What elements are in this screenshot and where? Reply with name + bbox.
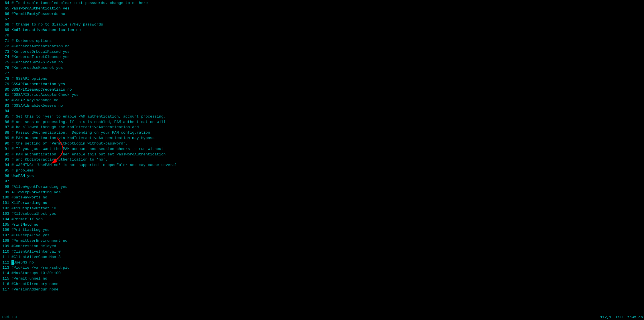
status-bar: :set nu 112,1 CSD znwx.cn <box>0 314 644 320</box>
line-content: #MaxStartups 10:30:100 <box>11 271 61 276</box>
line-content: #PermitTunnel no <box>11 276 47 282</box>
code-line: 91# If you just want the PAM account and… <box>1 147 643 152</box>
line-number: 78 <box>1 76 9 82</box>
code-line: 114#MaxStartups 10:30:100 <box>1 271 643 276</box>
line-number: 106 <box>1 227 9 233</box>
line-content: #PermitTTY yes <box>11 217 43 222</box>
code-line: 83#GSSAPIEnableK5users no <box>1 103 643 109</box>
line-content: #ChrootDirectory none <box>11 282 58 287</box>
line-number: 66 <box>1 11 9 17</box>
line-number: 74 <box>1 54 9 60</box>
line-number: 100 <box>1 195 9 200</box>
line-content: #KerberosOrLocalPasswd yes <box>11 49 70 55</box>
line-number: 89 <box>1 136 9 141</box>
line-number: 73 <box>1 49 9 55</box>
line-content: #PrintLastLog yes <box>11 227 50 233</box>
line-content: KbdInteractiveAuthentication no <box>11 28 81 33</box>
line-number: 79 <box>1 82 9 87</box>
line-content: #TCPKeepAlive yes <box>11 233 50 238</box>
line-content: #X11UseLocalhost yes <box>11 211 56 217</box>
line-content: #ClientAliveInterval 0 <box>11 249 61 255</box>
code-line: 81#GSSAPIStrictAcceptorCheck yes <box>1 92 643 98</box>
code-line: 90# the setting of "PermitRootLogin with… <box>1 141 643 147</box>
line-number: 105 <box>1 222 9 228</box>
line-content: #PermitEmptyPasswords no <box>11 11 65 17</box>
line-number: 86 <box>1 120 9 125</box>
line-number: 102 <box>1 206 9 211</box>
line-number: 116 <box>1 282 9 287</box>
line-number: 95 <box>1 168 9 173</box>
line-content: # be allowed through the KbdInteractiveA… <box>11 125 139 130</box>
line-number: 93 <box>1 157 9 163</box>
code-line: 86# and session processing. If this is e… <box>1 120 643 125</box>
code-line: 73#KerberosOrLocalPasswd yes <box>1 49 643 55</box>
code-line: 97 <box>1 179 643 184</box>
code-line: 68# Change to no to disable s/key passwo… <box>1 22 643 28</box>
line-number: 75 <box>1 60 9 65</box>
line-content: #GSSAPIStrictAcceptorCheck yes <box>11 92 78 98</box>
line-number: 71 <box>1 38 9 44</box>
line-number: 108 <box>1 238 9 244</box>
code-line: 66#PermitEmptyPasswords no <box>1 11 643 17</box>
line-content: PrintMotd no <box>11 222 38 228</box>
cursor: # <box>11 260 14 265</box>
line-number: 113 <box>1 265 9 271</box>
line-number: 68 <box>1 22 9 28</box>
line-number: 84 <box>1 109 9 114</box>
code-line: 85# Set this to 'yes' to enable PAM auth… <box>1 114 643 120</box>
code-line: 70 <box>1 33 643 38</box>
code-line: 111#ClientAliveCountMax 3 <box>1 255 643 260</box>
code-line: 116#ChrootDirectory none <box>1 282 643 287</box>
line-content: #GatewayPorts no <box>11 195 47 200</box>
line-content: #KerberosAuthentication no <box>11 44 70 49</box>
line-content: #PermitUserEnvironment no <box>11 238 67 244</box>
code-line: 96UsePAM yes <box>1 173 643 179</box>
line-content: #KerberosGetAFSToken no <box>11 60 63 65</box>
line-number: 87 <box>1 125 9 130</box>
line-number: 101 <box>1 200 9 206</box>
line-number: 76 <box>1 65 9 71</box>
line-content: #UseDNS no <box>11 260 34 266</box>
code-line: 103#X11UseLocalhost yes <box>1 211 643 217</box>
code-line: 75#KerberosGetAFSToken no <box>1 60 643 65</box>
code-line: 107#TCPKeepAlive yes <box>1 233 643 238</box>
code-line: 65PasswordAuthentication yes <box>1 6 643 11</box>
line-content: # the setting of "PermitRootLogin withou… <box>11 141 128 147</box>
code-line: 104#PermitTTY yes <box>1 217 643 222</box>
code-line: 102#X11DisplayOffset 10 <box>1 206 643 211</box>
line-number: 109 <box>1 244 9 249</box>
line-number: 104 <box>1 217 9 222</box>
line-content <box>11 33 14 38</box>
line-number: 112 <box>1 260 9 266</box>
line-content: GSSAPICleanupCredentials no <box>11 87 72 93</box>
line-number: 70 <box>1 33 9 38</box>
code-line: 99AllowTcpForwarding yes <box>1 190 643 195</box>
code-line: 71# Kerberos options <box>1 38 643 44</box>
line-number: 90 <box>1 141 9 147</box>
code-line: 110#ClientAliveInterval 0 <box>1 249 643 255</box>
line-content: #Compression delayed <box>11 244 56 249</box>
line-number: 67 <box>1 17 9 22</box>
line-content: X11Forwarding no <box>11 200 47 206</box>
line-number: 97 <box>1 179 9 184</box>
line-number: 77 <box>1 71 9 76</box>
line-number: 64 <box>1 1 9 6</box>
code-line: 101X11Forwarding no <box>1 200 643 206</box>
line-content: # GSSAPI options <box>11 76 47 82</box>
line-content <box>11 17 14 22</box>
code-line: 89# PAM authentication via KbdInteractiv… <box>1 136 643 141</box>
line-content: AllowTcpForwarding yes <box>11 190 61 195</box>
line-number: 81 <box>1 92 9 98</box>
code-line: 108#PermitUserEnvironment no <box>1 238 643 244</box>
code-line: 79GSSAPIAuthentication yes <box>1 82 643 87</box>
code-line: 74#KerberosTicketCleanup yes <box>1 54 643 60</box>
line-content <box>11 109 14 114</box>
line-number: 115 <box>1 276 9 282</box>
line-content: #GSSAPIKeyExchange no <box>11 98 58 103</box>
line-number: 82 <box>1 98 9 103</box>
code-line: 84 <box>1 109 643 114</box>
code-line: 82#GSSAPIKeyExchange no <box>1 98 643 103</box>
line-number: 110 <box>1 249 9 255</box>
line-content: # problems. <box>11 168 36 173</box>
vim-command: :set nu <box>0 315 17 319</box>
